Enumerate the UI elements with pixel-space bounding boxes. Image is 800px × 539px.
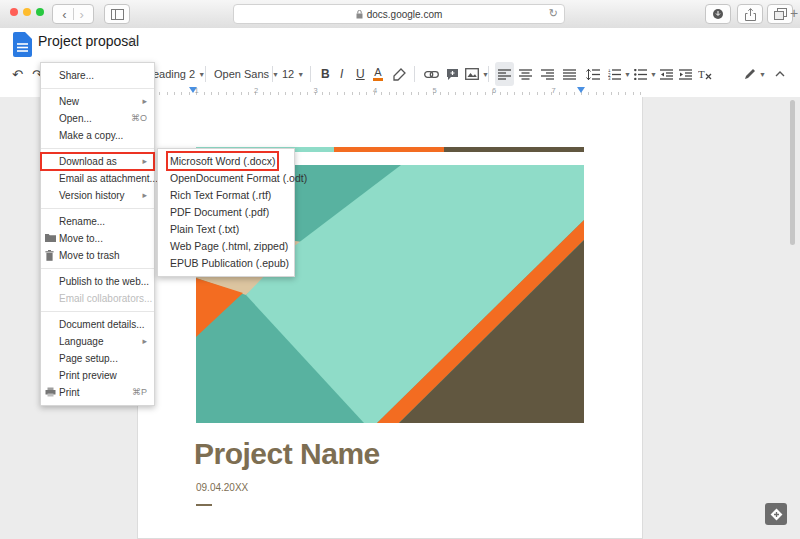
add-comment-button[interactable]: [446, 62, 459, 86]
reload-icon[interactable]: ↻: [549, 7, 558, 20]
file-menu-item-share[interactable]: Share...: [41, 67, 154, 84]
align-center-button[interactable]: [519, 62, 532, 86]
font-size-select[interactable]: 12▼: [282, 62, 304, 86]
file-menu-item-publish-to-the-web[interactable]: Publish to the web...: [41, 273, 154, 290]
sidebar-icon: [111, 9, 124, 20]
document-title[interactable]: Project proposal: [38, 33, 139, 49]
file-menu-item-new[interactable]: New▸: [41, 93, 154, 110]
collapse-toolbar-button[interactable]: [775, 62, 785, 86]
bulleted-list-button[interactable]: ▼: [634, 62, 657, 86]
file-menu-item-version-history[interactable]: Version history▸: [41, 187, 154, 204]
address-bar[interactable]: docs.google.com ↻: [233, 4, 565, 24]
menu-item-label: Move to...: [59, 233, 103, 244]
sidebar-button[interactable]: [104, 4, 130, 24]
font-select[interactable]: Open Sans▼: [214, 62, 279, 86]
file-menu-item-rename[interactable]: Rename...: [41, 213, 154, 230]
chevron-up-icon: [775, 71, 785, 77]
new-tab-button[interactable]: +: [790, 5, 798, 21]
share-icon: [745, 8, 756, 21]
insert-link-button[interactable]: [424, 62, 439, 86]
bold-button[interactable]: B: [321, 62, 330, 86]
forward-icon[interactable]: ›: [80, 7, 84, 22]
file-menu-item-move-to[interactable]: Move to...: [41, 230, 154, 247]
file-menu: Share...New▸Open...⌘OMake a copy...Downl…: [40, 62, 155, 406]
docs-header: Project proposal ☆ FileEditViewInsertFor…: [0, 28, 800, 62]
chevron-down-icon: ▼: [624, 71, 631, 78]
file-menu-item-print-preview[interactable]: Print preview: [41, 367, 154, 384]
back-forward-buttons[interactable]: ‹ ›: [52, 4, 94, 24]
align-center-icon: [519, 69, 532, 80]
download-option-microsoft-word-docx[interactable]: Microsoft Word (.docx): [158, 153, 294, 170]
tabs-icon: [774, 8, 787, 20]
star-icon[interactable]: ☆: [126, 34, 137, 48]
insert-image-button[interactable]: ▼: [465, 62, 489, 86]
file-menu-item-email-as-attachment[interactable]: Email as attachment...: [41, 170, 154, 187]
submenu-item-label: Microsoft Word (.docx): [170, 155, 275, 167]
file-menu-item-document-details[interactable]: Document details...: [41, 316, 154, 333]
minimize-window-button[interactable]: [23, 8, 31, 16]
download-option-opendocument-format-odt[interactable]: OpenDocument Format (.odt): [158, 170, 294, 187]
back-icon[interactable]: ‹: [62, 7, 66, 22]
document-heading[interactable]: Project Name: [194, 437, 380, 471]
bulleted-list-icon: [634, 69, 647, 80]
file-menu-item-make-a-copy[interactable]: Make a copy...: [41, 127, 154, 144]
scrollbar-thumb[interactable]: [790, 100, 795, 245]
menu-item-label: Document details...: [59, 319, 145, 330]
file-menu-item-email-collaborators[interactable]: Email collaborators...: [41, 290, 154, 307]
line-spacing-button[interactable]: [586, 62, 600, 86]
file-menu-item-print[interactable]: Print⌘P: [41, 384, 154, 401]
menu-item-label: Make a copy...: [59, 130, 123, 141]
highlighter-icon: [393, 68, 406, 81]
download-option-web-page-html-zipped[interactable]: Web Page (.html, zipped): [158, 238, 294, 255]
folder-icon: [45, 233, 56, 244]
download-option-plain-text-txt[interactable]: Plain Text (.txt): [158, 221, 294, 238]
increase-indent-button[interactable]: [679, 62, 692, 86]
file-menu-item-page-setup[interactable]: Page setup...: [41, 350, 154, 367]
chevron-down-icon: ▼: [650, 71, 657, 78]
icon-slot: [45, 156, 56, 167]
align-justify-button[interactable]: [563, 62, 576, 86]
menu-item-label: Print preview: [59, 370, 117, 381]
downloads-icon: [712, 8, 724, 20]
explore-button[interactable]: [765, 503, 787, 525]
submenu-item-label: OpenDocument Format (.odt): [170, 172, 307, 184]
submenu-item-label: Rich Text Format (.rtf): [170, 189, 271, 201]
icon-slot: [45, 319, 56, 330]
right-indent-marker[interactable]: [577, 87, 585, 93]
increase-indent-icon: [679, 69, 692, 80]
submenu-item-label: Plain Text (.txt): [170, 223, 239, 235]
ruler-strip[interactable]: 1234567: [137, 86, 643, 97]
close-window-button[interactable]: [10, 8, 18, 16]
google-docs-logo-icon[interactable]: [13, 32, 32, 57]
document-date[interactable]: 09.04.20XX: [196, 482, 248, 493]
browser-chrome: ‹ › docs.google.com ↻: [0, 0, 800, 29]
share-page-button[interactable]: [737, 4, 763, 24]
decrease-indent-button[interactable]: [660, 62, 673, 86]
align-right-button[interactable]: [541, 62, 554, 86]
menu-separator: [41, 88, 154, 89]
download-option-pdf-document-pdf[interactable]: PDF Document (.pdf): [158, 204, 294, 221]
clear-formatting-button[interactable]: T: [698, 62, 712, 86]
submenu-item-label: EPUB Publication (.epub): [170, 257, 289, 269]
menu-item-label: Move to trash: [59, 250, 120, 261]
underline-button[interactable]: U: [356, 62, 365, 86]
file-menu-item-move-to-trash[interactable]: Move to trash: [41, 247, 154, 264]
ruler-number: 4: [373, 86, 377, 95]
editing-mode-button[interactable]: ▼: [744, 62, 766, 86]
file-menu-item-download-as[interactable]: Download as▸: [41, 153, 154, 170]
text-color-button[interactable]: A: [373, 62, 383, 86]
file-menu-item-language[interactable]: Language▸: [41, 333, 154, 350]
zoom-window-button[interactable]: [36, 8, 44, 16]
file-menu-item-open[interactable]: Open...⌘O: [41, 110, 154, 127]
download-option-epub-publication-epub[interactable]: EPUB Publication (.epub): [158, 255, 294, 272]
highlight-button[interactable]: [393, 62, 406, 86]
download-option-rich-text-format-rtf[interactable]: Rich Text Format (.rtf): [158, 187, 294, 204]
italic-button[interactable]: I: [340, 62, 343, 86]
icon-slot: [45, 353, 56, 364]
numbered-list-button[interactable]: 123 ▼: [608, 62, 631, 86]
downloads-button[interactable]: [705, 4, 731, 24]
align-left-button[interactable]: [495, 62, 514, 86]
undo-icon[interactable]: ↶: [12, 62, 23, 86]
explore-icon: [770, 508, 783, 521]
menu-item-label: Version history: [59, 190, 125, 201]
